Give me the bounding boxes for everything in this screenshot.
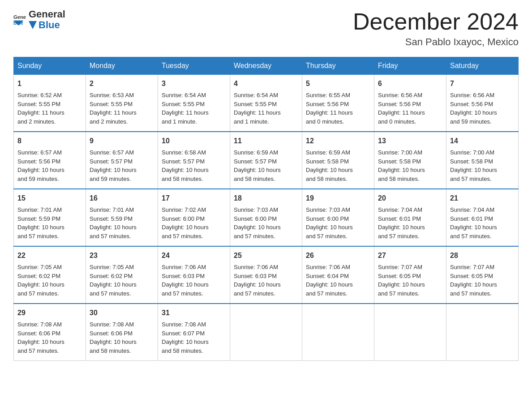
day-sun-info: Sunrise: 7:04 AM Sunset: 6:01 PM Dayligh… bbox=[450, 206, 497, 240]
svg-text:General: General bbox=[13, 15, 26, 20]
day-number: 22 bbox=[17, 250, 82, 261]
calendar-table: SundayMondayTuesdayWednesdayThursdayFrid… bbox=[13, 57, 519, 361]
day-number: 5 bbox=[306, 78, 370, 89]
svg-marker-3 bbox=[29, 21, 37, 29]
day-sun-info: Sunrise: 7:03 AM Sunset: 6:00 PM Dayligh… bbox=[306, 206, 353, 240]
day-number: 12 bbox=[306, 136, 370, 146]
day-number: 16 bbox=[90, 193, 154, 204]
calendar-cell: 10Sunrise: 6:58 AM Sunset: 5:57 PM Dayli… bbox=[158, 132, 230, 189]
weekday-header-sunday: Sunday bbox=[14, 57, 86, 75]
day-sun-info: Sunrise: 6:57 AM Sunset: 5:56 PM Dayligh… bbox=[17, 149, 64, 182]
weekday-header-row: SundayMondayTuesdayWednesdayThursdayFrid… bbox=[14, 57, 519, 75]
day-number: 1 bbox=[17, 78, 82, 89]
weekday-header-monday: Monday bbox=[86, 57, 158, 75]
day-number: 7 bbox=[450, 78, 515, 89]
calendar-cell: 1Sunrise: 6:52 AM Sunset: 5:55 PM Daylig… bbox=[14, 75, 86, 132]
location-subtitle: San Pablo Ixayoc, Mexico bbox=[353, 36, 519, 48]
day-sun-info: Sunrise: 6:59 AM Sunset: 5:58 PM Dayligh… bbox=[306, 149, 353, 182]
logo: General Blue General Blue bbox=[13, 9, 65, 30]
weekday-header-friday: Friday bbox=[374, 57, 446, 75]
calendar-cell: 31Sunrise: 7:08 AM Sunset: 6:07 PM Dayli… bbox=[158, 304, 230, 361]
day-sun-info: Sunrise: 7:03 AM Sunset: 6:00 PM Dayligh… bbox=[234, 206, 281, 240]
day-sun-info: Sunrise: 7:01 AM Sunset: 5:59 PM Dayligh… bbox=[17, 206, 64, 240]
calendar-cell bbox=[446, 304, 519, 361]
day-sun-info: Sunrise: 6:52 AM Sunset: 5:55 PM Dayligh… bbox=[17, 92, 64, 125]
logo-icon: General Blue bbox=[13, 13, 26, 26]
day-sun-info: Sunrise: 7:05 AM Sunset: 6:02 PM Dayligh… bbox=[17, 264, 64, 297]
calendar-cell: 15Sunrise: 7:01 AM Sunset: 5:59 PM Dayli… bbox=[14, 189, 86, 246]
day-number: 23 bbox=[90, 250, 154, 261]
day-sun-info: Sunrise: 7:04 AM Sunset: 6:01 PM Dayligh… bbox=[378, 206, 425, 240]
day-sun-info: Sunrise: 7:00 AM Sunset: 5:58 PM Dayligh… bbox=[450, 149, 497, 182]
calendar-cell bbox=[374, 304, 446, 361]
day-number: 25 bbox=[234, 250, 298, 261]
page-header: General Blue General Blue December 2024 … bbox=[13, 9, 519, 48]
day-number: 19 bbox=[306, 193, 370, 204]
day-sun-info: Sunrise: 6:55 AM Sunset: 5:56 PM Dayligh… bbox=[306, 92, 353, 125]
calendar-week-row: 1Sunrise: 6:52 AM Sunset: 5:55 PM Daylig… bbox=[14, 75, 519, 132]
calendar-cell: 25Sunrise: 7:06 AM Sunset: 6:03 PM Dayli… bbox=[230, 246, 302, 304]
day-number: 29 bbox=[17, 308, 82, 318]
day-number: 30 bbox=[90, 308, 154, 318]
svg-text:Blue: Blue bbox=[13, 21, 23, 26]
day-sun-info: Sunrise: 7:08 AM Sunset: 6:06 PM Dayligh… bbox=[90, 321, 137, 354]
calendar-cell: 13Sunrise: 7:00 AM Sunset: 5:58 PM Dayli… bbox=[374, 132, 446, 189]
day-sun-info: Sunrise: 7:07 AM Sunset: 6:05 PM Dayligh… bbox=[450, 264, 497, 297]
calendar-cell: 2Sunrise: 6:53 AM Sunset: 5:55 PM Daylig… bbox=[86, 75, 158, 132]
logo-general: General bbox=[29, 9, 65, 20]
day-number: 10 bbox=[162, 136, 226, 146]
calendar-cell bbox=[302, 304, 374, 361]
day-number: 11 bbox=[234, 136, 298, 146]
day-sun-info: Sunrise: 7:08 AM Sunset: 6:06 PM Dayligh… bbox=[17, 321, 64, 354]
day-number: 8 bbox=[17, 136, 82, 146]
day-sun-info: Sunrise: 7:01 AM Sunset: 5:59 PM Dayligh… bbox=[90, 206, 137, 240]
day-number: 2 bbox=[90, 78, 154, 89]
calendar-cell: 23Sunrise: 7:05 AM Sunset: 6:02 PM Dayli… bbox=[86, 246, 158, 304]
title-block: December 2024 San Pablo Ixayoc, Mexico bbox=[353, 9, 519, 48]
day-number: 24 bbox=[162, 250, 226, 261]
day-number: 14 bbox=[450, 136, 515, 146]
calendar-cell: 30Sunrise: 7:08 AM Sunset: 6:06 PM Dayli… bbox=[86, 304, 158, 361]
day-sun-info: Sunrise: 7:05 AM Sunset: 6:02 PM Dayligh… bbox=[90, 264, 137, 297]
day-number: 26 bbox=[306, 250, 370, 261]
calendar-week-row: 22Sunrise: 7:05 AM Sunset: 6:02 PM Dayli… bbox=[14, 246, 519, 304]
calendar-cell: 29Sunrise: 7:08 AM Sunset: 6:06 PM Dayli… bbox=[14, 304, 86, 361]
month-year-title: December 2024 bbox=[353, 9, 519, 34]
calendar-week-row: 8Sunrise: 6:57 AM Sunset: 5:56 PM Daylig… bbox=[14, 132, 519, 189]
day-sun-info: Sunrise: 6:54 AM Sunset: 5:55 PM Dayligh… bbox=[162, 92, 209, 125]
day-number: 17 bbox=[162, 193, 226, 204]
calendar-cell: 19Sunrise: 7:03 AM Sunset: 6:00 PM Dayli… bbox=[302, 189, 374, 246]
calendar-cell: 8Sunrise: 6:57 AM Sunset: 5:56 PM Daylig… bbox=[14, 132, 86, 189]
weekday-header-thursday: Thursday bbox=[302, 57, 374, 75]
day-sun-info: Sunrise: 6:54 AM Sunset: 5:55 PM Dayligh… bbox=[234, 92, 281, 125]
day-sun-info: Sunrise: 7:06 AM Sunset: 6:03 PM Dayligh… bbox=[234, 264, 281, 297]
weekday-header-wednesday: Wednesday bbox=[230, 57, 302, 75]
calendar-cell: 12Sunrise: 6:59 AM Sunset: 5:58 PM Dayli… bbox=[302, 132, 374, 189]
day-number: 13 bbox=[378, 136, 442, 146]
calendar-cell: 18Sunrise: 7:03 AM Sunset: 6:00 PM Dayli… bbox=[230, 189, 302, 246]
day-sun-info: Sunrise: 7:06 AM Sunset: 6:03 PM Dayligh… bbox=[162, 264, 209, 297]
weekday-header-saturday: Saturday bbox=[446, 57, 519, 75]
calendar-cell: 14Sunrise: 7:00 AM Sunset: 5:58 PM Dayli… bbox=[446, 132, 519, 189]
day-sun-info: Sunrise: 7:02 AM Sunset: 6:00 PM Dayligh… bbox=[162, 206, 209, 240]
day-number: 9 bbox=[90, 136, 154, 146]
calendar-cell: 6Sunrise: 6:56 AM Sunset: 5:56 PM Daylig… bbox=[374, 75, 446, 132]
day-sun-info: Sunrise: 6:56 AM Sunset: 5:56 PM Dayligh… bbox=[378, 92, 425, 125]
calendar-cell: 3Sunrise: 6:54 AM Sunset: 5:55 PM Daylig… bbox=[158, 75, 230, 132]
calendar-cell: 7Sunrise: 6:56 AM Sunset: 5:56 PM Daylig… bbox=[446, 75, 519, 132]
calendar-week-row: 15Sunrise: 7:01 AM Sunset: 5:59 PM Dayli… bbox=[14, 189, 519, 246]
day-sun-info: Sunrise: 6:59 AM Sunset: 5:57 PM Dayligh… bbox=[234, 149, 281, 182]
calendar-cell: 27Sunrise: 7:07 AM Sunset: 6:05 PM Dayli… bbox=[374, 246, 446, 304]
calendar-cell bbox=[230, 304, 302, 361]
day-sun-info: Sunrise: 6:58 AM Sunset: 5:57 PM Dayligh… bbox=[162, 149, 209, 182]
day-number: 21 bbox=[450, 193, 515, 204]
calendar-cell: 5Sunrise: 6:55 AM Sunset: 5:56 PM Daylig… bbox=[302, 75, 374, 132]
day-sun-info: Sunrise: 6:56 AM Sunset: 5:56 PM Dayligh… bbox=[450, 92, 497, 125]
day-sun-info: Sunrise: 6:53 AM Sunset: 5:55 PM Dayligh… bbox=[90, 92, 137, 125]
day-number: 31 bbox=[162, 308, 226, 318]
calendar-cell: 26Sunrise: 7:06 AM Sunset: 6:04 PM Dayli… bbox=[302, 246, 374, 304]
day-sun-info: Sunrise: 7:06 AM Sunset: 6:04 PM Dayligh… bbox=[306, 264, 353, 297]
day-sun-info: Sunrise: 7:07 AM Sunset: 6:05 PM Dayligh… bbox=[378, 264, 425, 297]
logo-triangle-icon bbox=[29, 21, 37, 29]
day-number: 28 bbox=[450, 250, 515, 261]
